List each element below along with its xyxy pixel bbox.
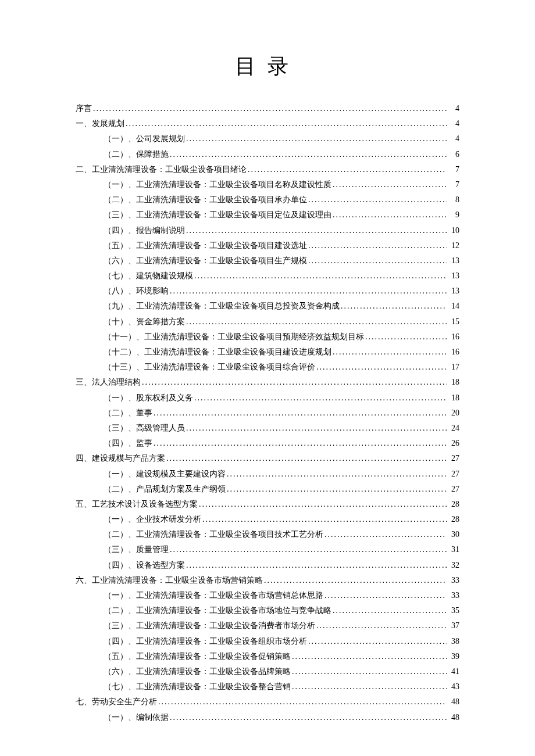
- toc-entry-page: 30: [448, 527, 459, 542]
- toc-leader-dots: [170, 542, 447, 557]
- toc-entry-page: 4: [448, 131, 459, 146]
- toc-entry-label: 五、工艺技术设计及设备选型方案: [76, 497, 198, 511]
- toc-leader-dots: [341, 299, 447, 313]
- toc-entry-label: （二）、工业清洗清理设备：工业吸尘设备项目承办单位: [104, 192, 307, 207]
- toc-entry: （一）、工业清洗清理设备：工业吸尘设备市场营销总体思路33: [76, 588, 459, 603]
- toc-leader-dots: [170, 147, 447, 162]
- toc-leader-dots: [308, 238, 447, 253]
- toc-leader-dots: [292, 679, 447, 694]
- toc-entry-page: 15: [448, 314, 459, 329]
- toc-leader-dots: [170, 710, 447, 725]
- toc-leader-dots: [186, 421, 447, 435]
- toc-entry-label: （七）、工业清洗清理设备：工业吸尘设备整合营销: [104, 679, 291, 694]
- toc-leader-dots: [316, 618, 447, 633]
- toc-entry-page: 8: [448, 192, 459, 207]
- toc-entry: （一）、公司发展规划4: [76, 131, 459, 146]
- toc-entry-page: 39: [448, 649, 459, 664]
- toc-entry: （四）、设备选型方案32: [76, 558, 459, 572]
- toc-entry: （七）、建筑物建设规模13: [76, 268, 459, 283]
- toc-entry-label: 三、法人治理结构: [76, 375, 141, 389]
- toc-entry-label: （一）、公司发展规划: [104, 131, 185, 146]
- toc-entry: 五、工艺技术设计及设备选型方案28: [76, 497, 459, 511]
- toc-entry-page: 27: [448, 467, 459, 481]
- toc-entry: （三）、工业清洗清理设备：工业吸尘设备消费者市场分析37: [76, 618, 459, 633]
- toc-entry: （四）、工业清洗清理设备：工业吸尘设备组织市场分析38: [76, 634, 459, 648]
- toc-entry-page: 43: [448, 679, 459, 694]
- toc-entry-label: （六）、工业清洗清理设备：工业吸尘设备品牌策略: [104, 664, 291, 679]
- toc-entry-label: （一）、股东权利及义务: [104, 390, 193, 405]
- toc-entry: （五）、工业清洗清理设备：工业吸尘设备项目建设选址12: [76, 238, 459, 253]
- toc-leader-dots: [194, 268, 447, 283]
- toc-entry: （二）、董事20: [76, 406, 459, 420]
- toc-entry-page: 28: [448, 512, 459, 526]
- toc-leader-dots: [308, 253, 447, 268]
- toc-entry-page: 18: [448, 375, 459, 389]
- toc-leader-dots: [292, 649, 447, 664]
- toc-entry: （三）、质量管理31: [76, 542, 459, 557]
- toc-entry: （十）、资金筹措方案15: [76, 314, 459, 329]
- toc-entry: （十一）、工业清洗清理设备：工业吸尘设备项目预期经济效益规划目标16: [76, 329, 459, 344]
- toc-entry: （四）、报告编制说明10: [76, 223, 459, 238]
- toc-entry: （五）、工业清洗清理设备：工业吸尘设备促销策略39: [76, 649, 459, 664]
- toc-leader-dots: [154, 436, 447, 450]
- toc-leader-dots: [308, 634, 447, 648]
- toc-entry: 四、建设规模与产品方案27: [76, 451, 459, 465]
- page-title: 目录: [76, 52, 459, 81]
- toc-entry-page: 48: [448, 694, 459, 709]
- toc-entry: （六）、工业清洗清理设备：工业吸尘设备项目生产规模13: [76, 253, 459, 268]
- toc-leader-dots: [333, 177, 447, 192]
- toc-leader-dots: [158, 694, 447, 709]
- toc-entry-label: （四）、设备选型方案: [104, 558, 185, 572]
- toc-entry: （四）、监事26: [76, 436, 459, 450]
- toc-entry: 序言4: [76, 101, 459, 116]
- toc-entry-label: 序言: [76, 101, 92, 116]
- toc-entry-label: （七）、建筑物建设规模: [104, 268, 193, 283]
- toc-leader-dots: [166, 451, 447, 465]
- toc-entry-label: （三）、质量管理: [104, 542, 169, 557]
- toc-entry-label: （一）、工业清洗清理设备：工业吸尘设备项目名称及建设性质: [104, 177, 331, 192]
- toc-entry: （二）、工业清洗清理设备：工业吸尘设备市场地位与竞争战略35: [76, 603, 459, 618]
- toc-entry-page: 9: [448, 207, 459, 222]
- toc-entry-page: 7: [448, 162, 459, 177]
- toc-entry: （七）、工业清洗清理设备：工业吸尘设备整合营销43: [76, 679, 459, 694]
- toc-entry-label: （二）、工业清洗清理设备：工业吸尘设备市场地位与竞争战略: [104, 603, 331, 618]
- toc-entry-page: 31: [448, 542, 459, 557]
- toc-leader-dots: [186, 131, 447, 146]
- toc-entry-page: 17: [448, 360, 459, 374]
- toc-entry: （三）、工业清洗清理设备：工业吸尘设备项目定位及建设理由9: [76, 207, 459, 222]
- toc-leader-dots: [324, 527, 447, 542]
- toc-leader-dots: [308, 192, 447, 207]
- toc-entry-page: 4: [448, 101, 459, 116]
- toc-entry-page: 16: [448, 345, 459, 359]
- toc-entry: 六、工业清洗清理设备：工业吸尘设备市场营销策略33: [76, 573, 459, 587]
- toc-leader-dots: [142, 375, 447, 389]
- toc-leader-dots: [154, 406, 447, 420]
- toc-entry-page: 13: [448, 284, 459, 298]
- toc-entry-page: 27: [448, 482, 459, 496]
- toc-entry: （九）、工业清洗清理设备：工业吸尘设备项目总投资及资金构成14: [76, 299, 459, 313]
- toc-entry-page: 26: [448, 436, 459, 450]
- toc-entry: （一）、股东权利及义务18: [76, 390, 459, 405]
- toc-entry-label: （二）、董事: [104, 406, 152, 420]
- toc-entry-label: （四）、监事: [104, 436, 152, 450]
- toc-entry-page: 12: [448, 238, 459, 253]
- toc-leader-dots: [93, 101, 447, 116]
- toc-entry-label: （五）、工业清洗清理设备：工业吸尘设备促销策略: [104, 649, 291, 664]
- toc-entry-page: 13: [448, 268, 459, 283]
- toc-leader-dots: [316, 360, 447, 374]
- toc-leader-dots: [199, 497, 447, 511]
- toc-entry-label: （十二）、工业清洗清理设备：工业吸尘设备项目建设进度规划: [104, 345, 331, 359]
- toc-entry-label: （一）、企业技术研发分析: [104, 512, 201, 526]
- toc-entry-label: 六、工业清洗清理设备：工业吸尘设备市场营销策略: [76, 573, 263, 587]
- toc-leader-dots: [333, 345, 447, 359]
- toc-entry-page: 7: [448, 177, 459, 192]
- toc-leader-dots: [126, 116, 447, 131]
- toc-entry-label: 七、劳动安全生产分析: [76, 694, 157, 709]
- toc-entry-page: 48: [448, 710, 459, 725]
- toc-entry: （一）、编制依据48: [76, 710, 459, 725]
- toc-entry-label: （一）、建设规模及主要建设内容: [104, 467, 226, 481]
- toc-entry: 七、劳动安全生产分析48: [76, 694, 459, 709]
- toc-entry-page: 35: [448, 603, 459, 618]
- toc-leader-dots: [202, 512, 447, 526]
- toc-entry: 三、法人治理结构18: [76, 375, 459, 389]
